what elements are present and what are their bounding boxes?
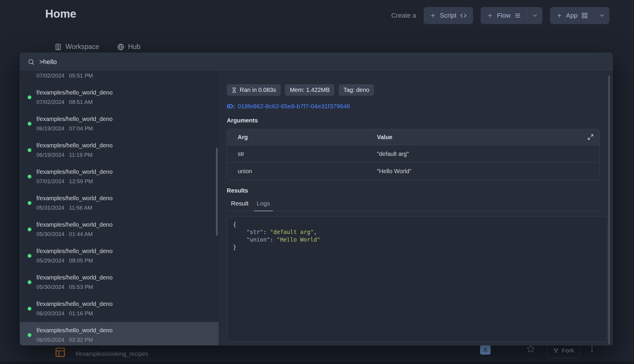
run-meta: 07/01/202412:59 PM [36, 178, 213, 185]
status-dot-icon [28, 254, 31, 258]
run-meta: 06/19/202411:19 PM [36, 151, 213, 159]
run-date: 07/02/2024 [36, 72, 64, 79]
run-list-item[interactable]: f/examples/hello_world_deno05/31/202411:… [20, 190, 219, 216]
building-icon [54, 43, 62, 51]
modal-body: f/examples/hello_world_deno07/02/202405:… [20, 71, 613, 345]
create-a-label: Create a [391, 12, 416, 19]
tab-logs[interactable]: Logs [253, 198, 274, 211]
tab-hub-label: Hub [128, 43, 140, 51]
run-path: f/examples/hello_world_deno [36, 115, 213, 123]
create-script-button[interactable]: Script [424, 7, 473, 24]
run-id-value[interactable]: 018fe862-8c62-65e8-b7f7-04e31f379646 [238, 103, 350, 109]
table-icon [55, 347, 66, 358]
create-flow-button[interactable]: Flow [481, 7, 527, 24]
code-line: "union": "Hello World" [233, 236, 601, 243]
arg-name: str [227, 151, 366, 157]
status-dot-icon [28, 95, 31, 99]
run-meta: 07/02/202405:51 PM [36, 72, 213, 79]
run-list-item[interactable]: f/examples/hello_world_deno06/05/202402:… [20, 322, 219, 345]
run-date: 05/29/2024 [36, 257, 64, 264]
results-title: Results [227, 187, 600, 194]
tab-workspace[interactable]: Workspace [54, 43, 99, 51]
arguments-table-header: Arg Value [227, 129, 599, 145]
status-dot-icon [28, 280, 31, 284]
globe-icon [117, 43, 125, 51]
run-meta: 05/29/202408:05 PM [36, 257, 213, 264]
run-list-item[interactable]: f/examples/hello_world_deno06/20/202401:… [20, 296, 219, 322]
run-time: 02:32 PM [69, 336, 93, 343]
run-date: 06/05/2024 [36, 336, 64, 343]
run-list-item[interactable]: f/examples/hello_world_deno06/19/202411:… [20, 137, 219, 164]
run-list-item[interactable]: f/examples/hello_world_deno07/01/202412:… [20, 164, 219, 190]
arg-value: "default arg" [366, 151, 599, 157]
status-dot-icon [28, 227, 31, 231]
run-time: 11:56 AM [69, 204, 92, 211]
tab-workspace-label: Workspace [66, 43, 99, 51]
run-path: f/examples/hello_world_deno [36, 168, 213, 176]
plus-icon [556, 13, 562, 18]
run-date: 07/02/2024 [36, 99, 64, 106]
flow-dropdown-button[interactable] [528, 7, 542, 24]
code-line: } [233, 243, 601, 251]
status-dot-icon [28, 201, 31, 205]
arg-value: "Hello World" [366, 168, 599, 175]
run-time: 05:51 PM [69, 72, 93, 79]
run-list-item[interactable]: f/examples/hello_world_deno05/30/202401:… [20, 216, 219, 243]
run-time: 08:05 PM [69, 257, 93, 264]
runtime-badge: Ran in 0.083s [227, 84, 281, 96]
runs-scrollbar[interactable] [216, 148, 218, 236]
arguments-table: Arg Value str"default arg"union"Hello Wo… [227, 129, 600, 180]
create-app-label: App [566, 12, 578, 19]
run-time: 05:53 PM [69, 284, 93, 291]
star-icon[interactable] [526, 345, 535, 353]
run-list-item[interactable]: f/examples/hello_world_deno07/02/202405:… [20, 71, 219, 84]
run-path: f/examples/hello_world_deno [36, 142, 213, 149]
status-dot-icon [28, 175, 31, 178]
search-bar [20, 53, 613, 71]
run-list-item[interactable]: f/examples/hello_world_deno05/29/202408:… [20, 243, 219, 269]
run-time: 08:51 AM [69, 99, 93, 106]
code-icon [460, 12, 467, 19]
page-title: Home [45, 8, 76, 20]
run-date: 06/20/2024 [36, 310, 64, 317]
run-list-item[interactable]: f/examples/hello_world_deno07/02/202408:… [20, 84, 219, 111]
result-json: { "str": "default arg", "union": "Hello … [233, 220, 601, 251]
run-date: 06/19/2024 [36, 125, 64, 132]
create-app-button[interactable]: App [550, 7, 594, 24]
fork-label: Fork [562, 347, 574, 354]
memory-badge: Mem: 1.422MB [285, 84, 334, 96]
expand-table-button[interactable] [586, 133, 595, 141]
arg-name: union [227, 168, 366, 175]
search-input[interactable] [39, 58, 605, 66]
tag-badge: Tag: deno [339, 84, 374, 96]
result-json-viewer: { "str": "default arg", "union": "Hello … [227, 216, 607, 342]
arguments-table-body: str"default arg"union"Hello World" [227, 145, 599, 180]
run-path: f/examples/hello_world_deno [36, 300, 213, 308]
grid-icon [581, 12, 588, 19]
run-meta: 05/30/202401:44 AM [36, 231, 213, 238]
run-id-label: ID: [227, 103, 235, 109]
run-date: 05/30/2024 [36, 231, 64, 238]
run-list-item[interactable]: f/examples/hello_world_deno05/30/202405:… [20, 269, 219, 296]
app-badge-icon [480, 345, 491, 355]
run-path: f/examples/hello_world_deno [36, 195, 213, 202]
app-dropdown-button[interactable] [595, 7, 609, 24]
run-time: 12:59 PM [69, 178, 93, 185]
run-list-item[interactable]: f/examples/hello_world_deno06/19/202407:… [20, 111, 219, 137]
kebab-menu-icon[interactable] [588, 345, 596, 353]
result-tabs: Result Logs [227, 198, 600, 211]
status-dot-icon [28, 148, 31, 152]
run-badges: Ran in 0.083s Mem: 1.422MB Tag: deno [227, 84, 600, 96]
tab-hub[interactable]: Hub [117, 43, 140, 51]
runtime-badge-label: Ran in 0.083s [240, 87, 276, 93]
hourglass-icon [232, 87, 237, 93]
detail-scrollbar[interactable] [608, 75, 610, 344]
run-path: f/examples/hello_world_deno [36, 274, 213, 281]
flow-icon [514, 12, 521, 19]
create-toolbar: Create a Script Flow App [391, 7, 609, 24]
run-path: f/examples/hello_world_deno [36, 327, 213, 334]
run-time: 07:04 PM [69, 125, 93, 132]
run-detail-panel: Ran in 0.083s Mem: 1.422MB Tag: deno ID:… [219, 71, 613, 345]
column-header-arg: Arg [227, 134, 366, 141]
tab-result[interactable]: Result [227, 198, 253, 211]
